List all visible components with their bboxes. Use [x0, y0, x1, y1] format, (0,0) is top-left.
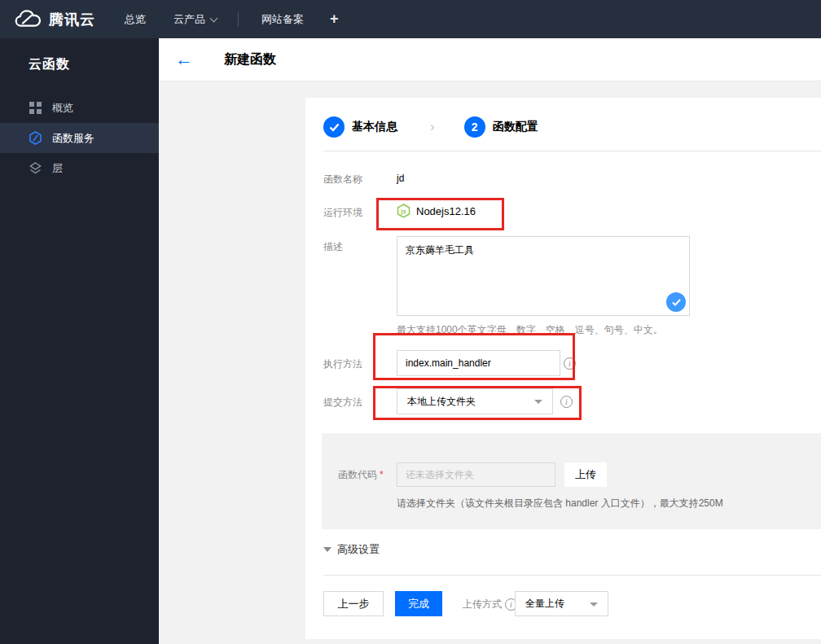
handler-label: 执行方法 [323, 357, 362, 371]
nav-item-overview-label: 总览 [125, 12, 146, 27]
page-header: ← 新建函数 [159, 38, 821, 81]
upload-mode-select[interactable]: 全量上传 [515, 591, 608, 616]
nav-item-overview[interactable]: 总览 [125, 12, 146, 27]
upload-mode-value: 全量上传 [525, 597, 564, 611]
sidebar-title: 云函数 [0, 38, 159, 73]
grid-icon [29, 101, 42, 115]
sidebar: 云函数 概览 函数服务 [0, 38, 159, 644]
sidebar-item-overview-label: 概览 [52, 101, 73, 116]
submit-method-value: 本地上传文件夹 [407, 395, 476, 409]
step1-done-check-icon [323, 116, 345, 138]
advanced-settings-label: 高级设置 [337, 542, 380, 557]
sidebar-menu: 概览 函数服务 层 [0, 93, 159, 183]
chevron-down-icon [210, 14, 218, 22]
description-helper-text: 最大支持1000个英文字母、数字、空格、逗号、句号、中文。 [397, 323, 663, 337]
submit-method-info-icon[interactable]: i [560, 396, 573, 408]
function-name-value: jd [397, 173, 404, 184]
tencent-cloud-logo-icon [15, 9, 42, 30]
divider [323, 151, 821, 151]
submit-method-label: 提交方法 [323, 396, 362, 410]
previous-step-button[interactable]: 上一步 [323, 591, 384, 616]
runtime-value: Nodejs12.16 [416, 205, 476, 217]
function-code-helper-text: 请选择文件夹（该文件夹根目录应包含 handler 入口文件），最大支持250M [397, 497, 723, 510]
description-textarea[interactable]: 京东薅羊毛工具 [397, 236, 690, 316]
top-navbar: 腾讯云 总览 云产品 网站备案 + [0, 0, 821, 38]
runtime-label: 运行环境 [323, 206, 362, 220]
nodejs-icon: js [397, 204, 410, 218]
function-code-label: 函数代码* [338, 468, 384, 482]
handler-input[interactable] [397, 350, 560, 376]
valid-check-badge-icon [666, 292, 686, 312]
nav-item-cloud-products-label: 云产品 [173, 12, 205, 27]
upload-button[interactable]: 上传 [564, 462, 607, 487]
function-code-section: 函数代码* 上传 请选择文件夹（该文件夹根目录应包含 handler 入口文件）… [322, 433, 821, 529]
nav-item-website-icp-label: 网站备案 [261, 12, 304, 27]
tencent-cloud-console: 腾讯云 总览 云产品 网站备案 + 云函数 概览 [0, 0, 821, 644]
nav-item-cloud-products[interactable]: 云产品 [173, 12, 217, 27]
step1-label: 基本信息 [352, 120, 397, 134]
page-title: 新建函数 [224, 51, 276, 68]
nav-divider [238, 12, 239, 27]
function-service-icon [29, 131, 42, 145]
nav-add-tab-button[interactable]: + [330, 11, 339, 28]
sidebar-item-function-service-label: 函数服务 [52, 131, 94, 146]
description-field-wrap: 京东薅羊毛工具 [397, 236, 690, 316]
step2-label: 函数配置 [493, 120, 538, 134]
sidebar-item-layers[interactable]: 层 [0, 153, 159, 183]
select-caret-icon [534, 400, 542, 404]
function-code-label-text: 函数代码 [338, 469, 377, 480]
upload-mode-label-row: 上传方式 i [463, 598, 517, 611]
divider [323, 575, 821, 576]
sidebar-item-function-service[interactable]: 函数服务 [0, 123, 159, 153]
svg-text:js: js [400, 208, 406, 215]
step2-number: 2 [464, 116, 485, 138]
runtime-value-row: js Nodejs12.16 [397, 204, 476, 218]
finish-button[interactable]: 完成 [395, 591, 442, 616]
wizard-card: 基本信息 › 2 函数配置 函数名称 jd 运行环境 js Nodejs12.1… [305, 98, 821, 639]
layers-icon [29, 161, 42, 175]
select-caret-icon [590, 602, 598, 607]
brand-logo-link[interactable]: 腾讯云 [15, 9, 95, 30]
upload-mode-label: 上传方式 [463, 598, 502, 611]
brand-name: 腾讯云 [49, 10, 95, 29]
sidebar-item-overview[interactable]: 概览 [0, 93, 159, 123]
submit-method-select[interactable]: 本地上传文件夹 [397, 388, 553, 414]
step-indicator: 基本信息 › 2 函数配置 [323, 114, 538, 140]
advanced-settings-toggle[interactable]: 高级设置 [323, 542, 380, 557]
required-asterisk: * [380, 469, 384, 480]
triangle-down-icon [323, 547, 331, 552]
step-chevron-icon: › [430, 119, 435, 135]
nav-item-website-icp[interactable]: 网站备案 [261, 12, 304, 27]
handler-info-icon[interactable]: i [564, 357, 576, 370]
back-arrow-icon[interactable]: ← [175, 50, 193, 68]
description-label: 描述 [323, 240, 343, 254]
function-name-label: 函数名称 [323, 173, 362, 186]
folder-path-input[interactable] [397, 462, 555, 487]
sidebar-item-layers-label: 层 [52, 161, 63, 176]
content-area: 基本信息 › 2 函数配置 函数名称 jd 运行环境 js Nodejs12.1… [159, 81, 821, 644]
